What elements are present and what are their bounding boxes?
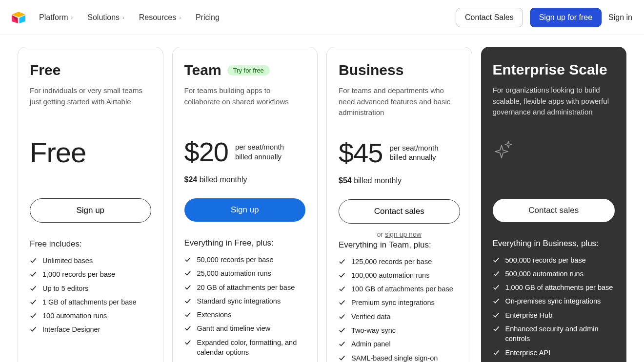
signup-button[interactable]: Sign up (184, 198, 306, 222)
chevron-right-icon: › (179, 15, 181, 20)
nav-platform[interactable]: Platform› (39, 13, 73, 22)
contact-sales-button[interactable]: Contact Sales (456, 8, 523, 27)
plan-desc: For teams and departments who need advan… (339, 85, 460, 118)
signup-now-link[interactable]: sign up now (385, 230, 422, 238)
header: Platform› Solutions› Resources› Pricing … (0, 0, 644, 35)
plan-name: Business (339, 62, 403, 78)
pricing-grid: Free For individuals or very small teams… (0, 35, 644, 362)
nav-resources[interactable]: Resources› (139, 13, 181, 22)
feature-item: Up to 5 editors (30, 284, 151, 293)
plan-desc: For individuals or very small teams just… (30, 85, 151, 117)
features-list: 125,000 records per base100,000 automati… (339, 257, 460, 362)
feature-item: 125,000 records per base (339, 257, 460, 267)
feature-item: Enterprise Hub (493, 310, 615, 320)
monthly-price: $54 billed monthly (339, 176, 460, 185)
chevron-right-icon: › (71, 15, 73, 20)
feature-item: Admin panel (339, 339, 460, 349)
plan-card-business: Business For teams and departments who n… (326, 47, 472, 362)
plan-price: $45 (339, 137, 382, 169)
contact-sales-button[interactable]: Contact sales (493, 199, 615, 222)
feature-item: 100,000 automation runs (339, 270, 460, 280)
feature-item: Two-way sync (339, 325, 460, 335)
features-list: Unlimited bases1,000 records per baseUp … (30, 256, 151, 335)
plan-name: Enterprise Scale (493, 61, 607, 78)
plan-price: Free (30, 136, 151, 169)
plan-card-team: Team Try for free For teams building app… (172, 47, 318, 362)
feature-item: Unlimited bases (30, 256, 151, 266)
feature-item: Expanded color, formatting, and calendar… (184, 338, 306, 358)
feature-item: 500,000 automation runs (493, 269, 615, 279)
features-heading: Everything in Business, plus: (493, 239, 615, 248)
feature-item: 50,000 records per base (184, 255, 306, 265)
feature-item: On-premises sync integrations (493, 296, 615, 306)
main-nav: Platform› Solutions› Resources› Pricing (39, 13, 220, 22)
plan-card-enterprise: Enterprise Scale For organizations looki… (481, 47, 627, 362)
chevron-right-icon: › (122, 15, 124, 20)
feature-item: Interface Designer (30, 324, 151, 334)
signin-link[interactable]: Sign in (608, 13, 632, 22)
features-heading: Everything in Free, plus: (184, 238, 306, 248)
nav-solutions[interactable]: Solutions› (87, 13, 124, 22)
try-free-badge: Try for free (227, 65, 270, 76)
feature-item: SAML-based single sign-on (339, 353, 460, 362)
feature-item: 1 GB of attachments per base (30, 297, 151, 307)
feature-item: 20 GB of attachments per base (184, 283, 306, 292)
feature-item: Standard sync integrations (184, 296, 306, 306)
plan-desc: For teams building apps to collaborate o… (184, 85, 306, 117)
feature-item: Enhanced security and admin controls (493, 324, 615, 344)
feature-item: Premium sync integrations (339, 298, 460, 307)
feature-item: 100 GB of attachments per base (339, 284, 460, 294)
signup-free-button[interactable]: Sign up for free (530, 8, 602, 27)
plan-name: Team (184, 62, 221, 78)
sparkle-icon (493, 138, 615, 162)
alt-signup: or sign up now (339, 230, 460, 238)
features-list: 50,000 records per base25,000 automation… (184, 255, 306, 357)
feature-item: 1,000 records per base (30, 269, 151, 279)
feature-item: 25,000 automation runs (184, 268, 306, 278)
feature-item: Enterprise API (493, 348, 615, 358)
plan-card-free: Free For individuals or very small teams… (18, 47, 163, 362)
feature-item: Verified data (339, 312, 460, 322)
feature-item: 500,000 records per base (493, 255, 615, 265)
price-unit: per seat/monthbilled annually (235, 142, 284, 161)
plan-name: Free (30, 62, 60, 78)
feature-item: Extensions (184, 310, 306, 320)
feature-item: 1,000 GB of attachments per base (493, 283, 615, 292)
contact-sales-button[interactable]: Contact sales (339, 199, 460, 224)
header-right: Contact Sales Sign up for free Sign in (456, 8, 632, 27)
nav-pricing[interactable]: Pricing (196, 13, 220, 22)
features-heading: Everything in Team, plus: (339, 240, 460, 250)
price-unit: per seat/monthbilled annually (389, 143, 438, 162)
plan-desc: For organizations looking to build scala… (493, 85, 615, 118)
header-left: Platform› Solutions› Resources› Pricing (12, 12, 220, 23)
monthly-price: $24 billed monthly (184, 175, 306, 184)
features-list: 500,000 records per base500,000 automati… (493, 255, 615, 362)
signup-button[interactable]: Sign up (30, 198, 151, 223)
plan-price: $20 (184, 136, 228, 168)
feature-item: 100 automation runs (30, 311, 151, 321)
feature-item: Gantt and timeline view (184, 324, 306, 333)
logo[interactable] (12, 12, 25, 23)
features-heading: Free includes: (30, 239, 151, 249)
